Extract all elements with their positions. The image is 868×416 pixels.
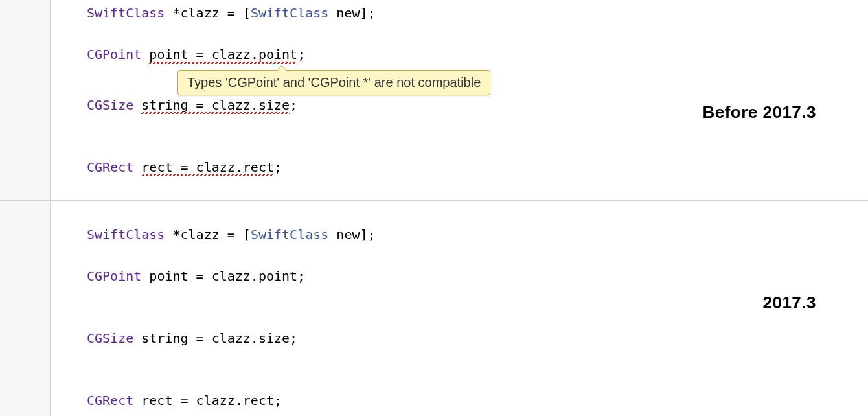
op-token: * — [165, 5, 180, 21]
error-tooltip: Types 'CGPoint' and 'CGPoint *' are not … — [177, 70, 490, 95]
semi: ; — [297, 47, 305, 62]
type-token: CGPoint — [87, 47, 141, 62]
code-area-bottom[interactable]: SwiftClass *clazz = [SwiftClass new]; CG… — [51, 201, 868, 416]
code-line: CGPoint point = clazz.point; — [87, 266, 868, 286]
space — [133, 159, 141, 175]
blank-line — [87, 245, 868, 266]
code-line: CGSize string = clazz.size; — [87, 328, 868, 349]
editor-gutter-bottom — [0, 201, 51, 416]
code-rest: point = clazz.point; — [141, 268, 305, 284]
type-token: SwiftClass — [87, 5, 165, 21]
space — [133, 97, 141, 113]
blank-line — [87, 349, 868, 369]
type-token: CGSize — [87, 330, 133, 346]
before-label: Before 2017.3 — [702, 102, 816, 122]
code-line: CGRect rect = clazz.rect; — [87, 390, 868, 411]
blank-line — [87, 136, 868, 157]
id-token: clazz — [181, 227, 220, 242]
space — [141, 47, 149, 62]
after-panel: SwiftClass *clazz = [SwiftClass new]; CG… — [0, 201, 868, 416]
code-line: SwiftClass *clazz = [SwiftClass new]; — [87, 224, 868, 245]
type-token: CGPoint — [87, 268, 141, 284]
id-token: clazz — [181, 5, 220, 21]
editor-gutter-top — [0, 0, 51, 200]
type-token: CGSize — [87, 97, 133, 113]
op-token: = [ — [220, 227, 251, 242]
type-token: SwiftClass — [87, 227, 165, 242]
class-token: SwiftClass — [251, 227, 328, 242]
blank-line — [87, 307, 868, 328]
error-underline: rect = clazz.rect — [141, 159, 274, 176]
semi: ; — [274, 159, 282, 175]
semi: ; — [290, 97, 297, 113]
error-underline: point = clazz.point — [149, 47, 297, 64]
code-line: SwiftClass *clazz = [SwiftClass new]; — [87, 3, 868, 23]
code-rest: new]; — [328, 5, 375, 21]
code-line: CGPoint point = clazz.point; — [87, 44, 868, 65]
class-token: SwiftClass — [251, 5, 328, 21]
code-area-top[interactable]: SwiftClass *clazz = [SwiftClass new]; CG… — [51, 0, 868, 200]
tooltip-text: Types 'CGPoint' and 'CGPoint *' are not … — [187, 75, 481, 89]
blank-line — [87, 203, 868, 224]
code-rest: rect = clazz.rect; — [133, 393, 282, 408]
code-line: CGRect rect = clazz.rect; — [87, 157, 868, 178]
before-panel: SwiftClass *clazz = [SwiftClass new]; CG… — [0, 0, 868, 201]
code-rest: string = clazz.size; — [133, 330, 297, 346]
type-token: CGRect — [87, 393, 133, 408]
error-underline: string = clazz.size — [141, 97, 290, 114]
op-token: * — [165, 227, 180, 242]
blank-line — [87, 369, 868, 390]
after-label: 2017.3 — [762, 293, 816, 313]
blank-line — [87, 23, 868, 44]
type-token: CGRect — [87, 159, 133, 175]
blank-line — [87, 286, 868, 307]
code-rest: new]; — [328, 227, 375, 242]
op-token: = [ — [220, 5, 251, 21]
